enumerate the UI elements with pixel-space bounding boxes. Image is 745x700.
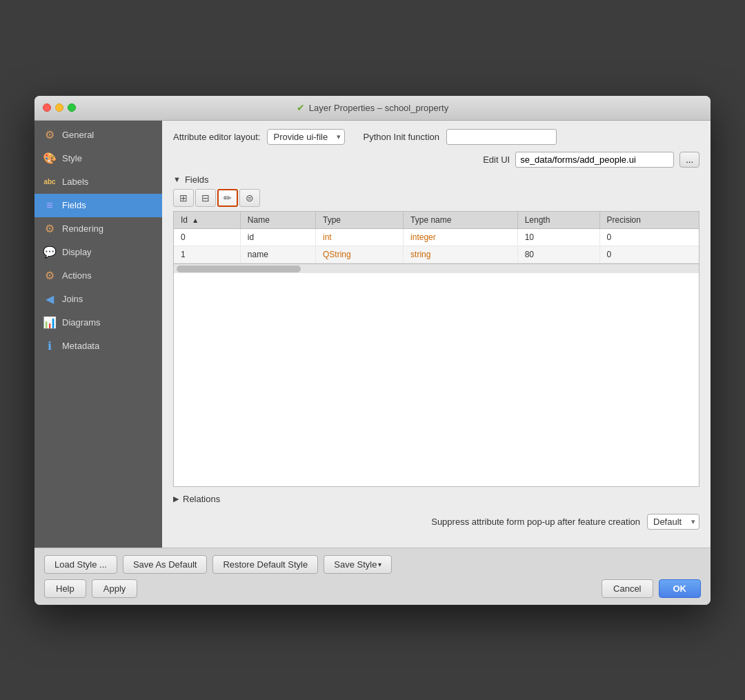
sidebar-item-style[interactable]: 🎨Style [34, 147, 162, 170]
sidebar-label-actions: Actions [62, 270, 92, 281]
title-bar: ✔ Layer Properties – school_property [34, 96, 711, 121]
sidebar-label-style: Style [62, 153, 82, 163]
sidebar-label-rendering: Rendering [62, 223, 103, 234]
general-icon: ⚙ [43, 128, 57, 142]
fields-section-title: Fields [185, 174, 209, 185]
fields-table: Id ▲ Name Type Type name Length Precisio… [174, 212, 699, 263]
sidebar-label-fields: Fields [62, 200, 86, 210]
main-layout: ⚙General🎨StyleabcLabels≡Fields⚙Rendering… [34, 121, 711, 548]
scrollbar-thumb [177, 266, 301, 272]
load-style-button[interactable]: Load Style ... [44, 555, 117, 574]
col-precision[interactable]: Precision [599, 212, 699, 229]
sidebar-item-display[interactable]: 💬Display [34, 241, 162, 264]
save-as-default-button[interactable]: Save As Default [123, 555, 208, 574]
grid-view-button[interactable]: ⊞ [173, 189, 194, 207]
edit-ui-label: Edit UI [483, 154, 510, 165]
sidebar-label-general: General [62, 130, 94, 140]
fields-table-body: 0idintinteger1001nameQStringstring800 [174, 228, 699, 263]
col-type-name[interactable]: Type name [404, 212, 518, 229]
sidebar-label-diagrams: Diagrams [62, 317, 101, 328]
help-button[interactable]: Help [44, 579, 86, 598]
col-name[interactable]: Name [240, 212, 315, 229]
fields-section-header: ▼ Fields [173, 174, 699, 185]
style-icon: 🎨 [43, 152, 57, 166]
col-id[interactable]: Id ▲ [174, 212, 240, 229]
relations-section: ▶ Relations [173, 494, 699, 504]
attr-editor-label: Attribute editor layout: [173, 132, 260, 142]
sidebar-label-labels: Labels [62, 177, 88, 187]
joins-icon: ◀ [43, 292, 57, 306]
restore-default-button[interactable]: Restore Default Style [212, 555, 318, 574]
attr-editor-bar: Attribute editor layout: AutogeneratePro… [173, 129, 699, 145]
suppress-row: Suppress attribute form pop-up after fea… [173, 514, 699, 530]
minimize-button[interactable] [55, 103, 63, 112]
relations-toggle[interactable]: ▶ [173, 494, 179, 503]
horizontal-scrollbar[interactable] [174, 263, 699, 273]
sidebar-item-metadata[interactable]: ℹMetadata [34, 334, 162, 358]
suppress-select-wrapper: DefaultYesNo [647, 514, 699, 530]
content-area: Attribute editor layout: AutogeneratePro… [162, 121, 711, 548]
display-icon: 💬 [43, 246, 57, 259]
fields-icon: ≡ [43, 199, 57, 212]
delete-button[interactable]: ⊜ [239, 189, 260, 207]
rendering-icon: ⚙ [43, 222, 57, 236]
sidebar-item-fields[interactable]: ≡Fields [34, 194, 162, 217]
sidebar-label-metadata: Metadata [62, 341, 99, 351]
edit-ui-input[interactable] [515, 152, 674, 168]
labels-icon: abc [43, 175, 57, 189]
fields-table-header: Id ▲ Name Type Type name Length Precisio… [174, 212, 699, 229]
sidebar: ⚙General🎨StyleabcLabels≡Fields⚙Rendering… [34, 121, 162, 548]
table-row[interactable]: 0idintinteger100 [174, 228, 699, 246]
attr-editor-select-wrapper: AutogenerateProvide ui-fileHide form [267, 129, 345, 145]
edit-button[interactable]: ✏ [217, 189, 238, 207]
sidebar-item-rendering[interactable]: ⚙Rendering [34, 217, 162, 241]
relations-header[interactable]: ▶ Relations [173, 494, 699, 504]
col-length[interactable]: Length [517, 212, 599, 229]
apply-button[interactable]: Apply [92, 579, 138, 598]
sidebar-item-labels[interactable]: abcLabels [34, 170, 162, 194]
suppress-label: Suppress attribute form pop-up after fea… [431, 517, 640, 527]
metadata-icon: ℹ [43, 339, 57, 353]
bottom-bar: Load Style ... Save As Default Restore D… [34, 548, 711, 605]
window-title: ✔ Layer Properties – school_property [297, 102, 448, 113]
sidebar-item-joins[interactable]: ◀Joins [34, 288, 162, 311]
suppress-select[interactable]: DefaultYesNo [647, 514, 699, 530]
attr-editor-select[interactable]: AutogenerateProvide ui-fileHide form [267, 129, 345, 145]
edit-ui-browse-button[interactable]: ... [679, 152, 699, 168]
diagrams-icon: 📊 [43, 316, 57, 330]
fields-table-container: Id ▲ Name Type Type name Length Precisio… [173, 211, 699, 487]
maximize-button[interactable] [68, 103, 76, 112]
python-init-label: Python Init function [363, 132, 439, 142]
sidebar-item-actions[interactable]: ⚙Actions [34, 264, 162, 288]
save-style-arrow: ▾ [378, 561, 381, 568]
fields-toggle[interactable]: ▼ [173, 175, 181, 183]
ok-button[interactable]: OK [659, 579, 702, 598]
main-window: ✔ Layer Properties – school_property ⚙Ge… [34, 96, 711, 605]
style-buttons: Load Style ... Save As Default Restore D… [44, 555, 701, 574]
sidebar-item-general[interactable]: ⚙General [34, 123, 162, 147]
relations-title: Relations [183, 494, 220, 504]
table-row[interactable]: 1nameQStringstring800 [174, 246, 699, 263]
actions-icon: ⚙ [43, 269, 57, 283]
table-view-button[interactable]: ⊟ [195, 189, 216, 207]
action-buttons: Help Apply Cancel OK [44, 579, 701, 598]
cancel-button[interactable]: Cancel [602, 579, 653, 598]
title-icon: ✔ [297, 102, 305, 113]
python-init-input[interactable] [446, 129, 557, 145]
sidebar-label-display: Display [62, 247, 92, 257]
fields-toolbar: ⊞ ⊟ ✏ ⊜ [173, 189, 699, 207]
close-button[interactable] [43, 103, 51, 112]
col-type[interactable]: Type [316, 212, 404, 229]
window-controls [43, 103, 76, 112]
sidebar-item-diagrams[interactable]: 📊Diagrams [34, 311, 162, 334]
save-style-button[interactable]: Save Style ▾ [324, 555, 392, 574]
edit-ui-row: Edit UI ... [173, 152, 699, 168]
sidebar-label-joins: Joins [62, 294, 83, 304]
